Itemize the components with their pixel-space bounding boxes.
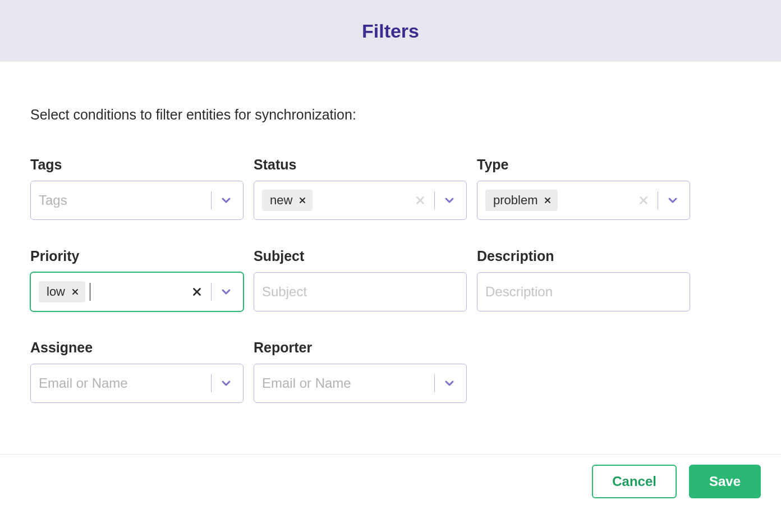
field-label-subject: Subject xyxy=(254,248,467,264)
subject-input[interactable] xyxy=(262,284,458,300)
close-icon[interactable] xyxy=(298,196,307,205)
modal-body: Select conditions to filter entities for… xyxy=(0,62,781,403)
field-subject: Subject xyxy=(254,248,467,311)
reporter-indicators xyxy=(434,374,458,392)
field-assignee: Assignee Email or Name xyxy=(30,340,244,403)
clear-icon[interactable] xyxy=(414,194,426,207)
field-label-type: Type xyxy=(477,157,690,173)
type-select[interactable]: problem xyxy=(477,181,690,220)
status-select[interactable]: new xyxy=(254,181,467,220)
field-type: Type problem xyxy=(477,157,690,220)
priority-indicators xyxy=(191,283,235,301)
status-chip-label: new xyxy=(270,193,292,208)
type-divider xyxy=(658,191,658,209)
priority-divider xyxy=(211,283,212,301)
chevron-down-icon[interactable] xyxy=(219,377,235,390)
instructions-text: Select conditions to filter entities for… xyxy=(30,107,751,123)
reporter-divider xyxy=(434,374,435,392)
modal-title: Filters xyxy=(362,20,419,42)
modal-header: Filters xyxy=(0,0,781,62)
close-icon[interactable] xyxy=(543,196,552,205)
assignee-indicators xyxy=(211,374,235,392)
field-label-description: Description xyxy=(477,248,690,264)
status-chips-area: new xyxy=(262,190,414,211)
status-indicators xyxy=(414,191,458,209)
priority-chips-area: low xyxy=(39,281,191,302)
field-status: Status new xyxy=(254,157,467,220)
chevron-down-icon[interactable] xyxy=(666,194,682,207)
clear-icon[interactable] xyxy=(637,194,650,207)
chevron-down-icon[interactable] xyxy=(443,194,458,207)
close-icon[interactable] xyxy=(71,287,80,296)
field-label-reporter: Reporter xyxy=(254,340,467,356)
field-priority: Priority low xyxy=(30,248,244,311)
cancel-button[interactable]: Cancel xyxy=(592,465,677,498)
text-caret xyxy=(90,283,90,301)
field-reporter: Reporter Email or Name xyxy=(254,340,467,403)
assignee-chips-area: Email or Name xyxy=(39,375,211,391)
type-chips-area: problem xyxy=(485,190,637,211)
assignee-divider xyxy=(211,374,212,392)
tags-divider xyxy=(211,191,212,209)
clear-icon[interactable] xyxy=(191,286,203,298)
field-label-priority: Priority xyxy=(30,248,244,264)
priority-select[interactable]: low xyxy=(30,272,244,311)
assignee-placeholder: Email or Name xyxy=(39,375,211,391)
assignee-select[interactable]: Email or Name xyxy=(30,364,244,403)
tags-indicators xyxy=(211,191,235,209)
priority-chip-label: low xyxy=(47,285,65,299)
description-input-wrapper[interactable] xyxy=(477,272,690,311)
filter-grid: Tags Tags Status new xyxy=(30,157,751,403)
chevron-down-icon[interactable] xyxy=(443,377,458,390)
field-label-assignee: Assignee xyxy=(30,340,244,356)
tags-select[interactable]: Tags xyxy=(30,181,244,220)
chevron-down-icon[interactable] xyxy=(219,285,235,299)
description-input[interactable] xyxy=(485,284,682,300)
field-label-status: Status xyxy=(254,157,467,173)
reporter-chips-area: Email or Name xyxy=(262,375,434,391)
status-divider xyxy=(434,191,435,209)
type-indicators xyxy=(637,191,682,209)
field-description: Description xyxy=(477,248,690,311)
chevron-down-icon[interactable] xyxy=(219,194,235,207)
priority-chip: low xyxy=(39,281,85,302)
subject-input-wrapper[interactable] xyxy=(254,272,467,311)
field-label-tags: Tags xyxy=(30,157,244,173)
reporter-select[interactable]: Email or Name xyxy=(254,364,467,403)
reporter-placeholder: Email or Name xyxy=(262,375,434,391)
save-button[interactable]: Save xyxy=(689,465,761,498)
modal-footer: Cancel Save xyxy=(0,454,781,532)
status-chip: new xyxy=(262,190,313,211)
tags-placeholder: Tags xyxy=(39,192,211,208)
type-chip-label: problem xyxy=(493,193,537,208)
field-tags: Tags Tags xyxy=(30,157,244,220)
tags-chips-area: Tags xyxy=(39,192,211,208)
type-chip: problem xyxy=(485,190,558,211)
